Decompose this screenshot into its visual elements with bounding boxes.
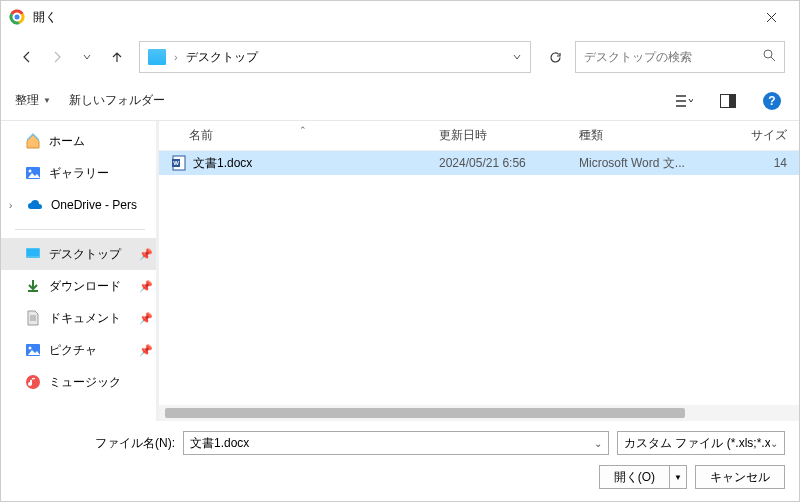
filename-input[interactable] <box>190 436 594 450</box>
filename-combobox[interactable]: ⌄ <box>183 431 609 455</box>
sidebar-item-pictures[interactable]: ピクチャ 📌 <box>1 334 159 366</box>
view-menu[interactable] <box>671 88 697 114</box>
document-icon <box>25 310 41 326</box>
app-icon <box>9 9 25 25</box>
search-box[interactable] <box>575 41 785 73</box>
folder-icon <box>148 49 166 65</box>
pin-icon: 📌 <box>139 248 153 261</box>
sidebar-item-music[interactable]: ミュージック <box>1 366 159 398</box>
close-button[interactable] <box>751 3 791 31</box>
refresh-button[interactable] <box>541 45 569 69</box>
file-row[interactable]: W 文書1.docx 2024/05/21 6:56 Microsoft Wor… <box>159 151 799 175</box>
svg-point-1 <box>15 15 20 20</box>
file-type-filter[interactable]: カスタム ファイル (*.xls;*.xlsx;*.xlb;*. ⌄ <box>617 431 785 455</box>
svg-point-10 <box>29 347 32 350</box>
svg-point-11 <box>26 375 40 389</box>
cancel-button[interactable]: キャンセル <box>695 465 785 489</box>
svg-point-6 <box>29 170 32 173</box>
open-dropdown[interactable]: ▼ <box>670 473 686 482</box>
file-name: 文書1.docx <box>193 155 439 172</box>
download-icon <box>25 278 41 294</box>
file-type: Microsoft Word 文... <box>579 155 719 172</box>
svg-text:W: W <box>173 160 179 166</box>
svg-rect-4 <box>729 95 735 107</box>
help-icon: ? <box>763 92 781 110</box>
horizontal-scrollbar[interactable] <box>159 405 799 421</box>
search-input[interactable] <box>584 50 763 64</box>
svg-point-2 <box>764 50 772 58</box>
search-icon <box>763 48 776 66</box>
pin-icon: 📌 <box>139 312 153 325</box>
expand-icon[interactable]: › <box>9 200 19 211</box>
column-date[interactable]: 更新日時 <box>439 127 579 144</box>
sidebar-item-gallery[interactable]: ギャラリー <box>1 157 159 189</box>
new-folder-button[interactable]: 新しいフォルダー <box>69 92 165 109</box>
pin-icon: 📌 <box>139 344 153 357</box>
scrollbar-thumb[interactable] <box>165 408 685 418</box>
column-name[interactable]: 名前⌃ <box>189 127 439 144</box>
word-doc-icon: W <box>171 155 187 171</box>
desktop-icon <box>25 246 41 262</box>
address-dropdown[interactable] <box>512 48 522 66</box>
pin-icon: 📌 <box>139 280 153 293</box>
svg-rect-8 <box>27 249 39 256</box>
sidebar-item-desktop[interactable]: デスクトップ 📌 <box>1 238 159 270</box>
column-type[interactable]: 種類 <box>579 127 719 144</box>
sidebar-item-documents[interactable]: ドキュメント 📌 <box>1 302 159 334</box>
file-list: W 文書1.docx 2024/05/21 6:56 Microsoft Wor… <box>159 151 799 405</box>
chevron-down-icon[interactable]: ⌄ <box>770 438 778 449</box>
sidebar-item-onedrive[interactable]: › OneDrive - Pers <box>1 189 159 221</box>
breadcrumb-location[interactable]: デスクトップ <box>186 49 258 66</box>
window-title: 開く <box>33 9 751 26</box>
file-date: 2024/05/21 6:56 <box>439 156 579 170</box>
forward-button[interactable] <box>45 45 69 69</box>
home-icon <box>25 133 41 149</box>
preview-pane-button[interactable] <box>715 88 741 114</box>
music-icon <box>25 374 41 390</box>
cloud-icon <box>27 197 43 213</box>
address-bar[interactable]: › デスクトップ <box>139 41 531 73</box>
back-button[interactable] <box>15 45 39 69</box>
filename-label: ファイル名(N): <box>15 435 175 452</box>
column-size[interactable]: サイズ <box>719 127 799 144</box>
file-size: 14 <box>719 156 799 170</box>
sort-indicator: ⌃ <box>299 125 307 135</box>
up-button[interactable] <box>105 45 129 69</box>
sidebar-item-home[interactable]: ホーム <box>1 125 159 157</box>
open-button[interactable]: 開く(O) ▼ <box>599 465 687 489</box>
help-button[interactable]: ? <box>759 88 785 114</box>
chevron-down-icon: ▼ <box>43 96 51 105</box>
sidebar-divider <box>15 229 145 230</box>
column-headers: 名前⌃ 更新日時 種類 サイズ <box>159 121 799 151</box>
pictures-icon <box>25 342 41 358</box>
chevron-down-icon[interactable]: ⌄ <box>594 438 602 449</box>
chevron-right-icon: › <box>174 51 178 63</box>
gallery-icon <box>25 165 41 181</box>
sidebar-item-downloads[interactable]: ダウンロード 📌 <box>1 270 159 302</box>
navigation-sidebar: ホーム ギャラリー › OneDrive - Pers デスクトップ 📌 ダウン… <box>1 121 159 421</box>
recent-dropdown[interactable] <box>75 45 99 69</box>
organize-menu[interactable]: 整理▼ <box>15 92 51 109</box>
